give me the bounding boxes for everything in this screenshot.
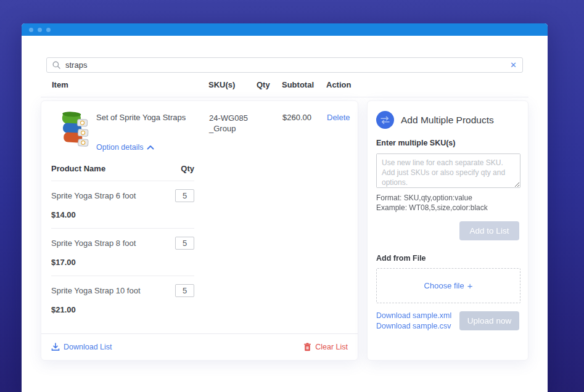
option-details-table: Product Name Qty Sprite Yoga Strap 6 foo… [51, 164, 194, 323]
option-product-name: Sprite Yoga Strap 6 foot [51, 191, 136, 200]
qty-input[interactable] [175, 237, 194, 250]
product-search-bar: ✕ [46, 57, 523, 73]
cart-item-subtotal: $260.00 [282, 113, 311, 122]
option-row: Sprite Yoga Strap 6 foot $14.00 [51, 181, 194, 229]
format-hint: Format: SKU,qty,option:value [376, 194, 472, 202]
add-from-file-label: Add from File [376, 254, 426, 263]
window-titlebar [22, 23, 548, 36]
option-details-label: Option details [96, 143, 143, 152]
clear-list-label: Clear List [315, 343, 348, 351]
multiple-sku-textarea[interactable] [376, 153, 520, 188]
panel-title: Add Multiple Products [401, 115, 494, 126]
product-image [56, 110, 90, 151]
column-header-action: Action [326, 80, 351, 89]
search-icon [52, 61, 60, 69]
choose-file-link[interactable]: Choose file + [424, 280, 473, 291]
download-icon [51, 343, 60, 351]
qty-input[interactable] [175, 189, 194, 202]
clear-search-icon[interactable]: ✕ [510, 61, 517, 69]
plus-icon: + [467, 280, 473, 291]
panel-header: Add Multiple Products [376, 111, 494, 129]
option-details-toggle[interactable]: Option details [96, 143, 154, 152]
window-control-dot[interactable] [38, 28, 42, 32]
option-table-header: Product Name Qty [51, 164, 194, 181]
option-product-price: $17.00 [51, 258, 194, 267]
file-dropzone[interactable]: Choose file + [376, 268, 520, 303]
choose-file-label: Choose file [424, 281, 464, 290]
sample-links: Download sample.xml Download sample.csv [376, 311, 451, 332]
search-input[interactable] [65, 60, 504, 70]
option-row: Sprite Yoga Strap 8 foot $17.00 [51, 229, 194, 276]
cart-item-sku: 24-WG085_Group [209, 113, 248, 134]
download-list-button[interactable]: Download List [51, 343, 112, 351]
list-actions-bar: Download List Clear List [41, 333, 358, 360]
list-table-header: Item SKU(s) Qty Subtotal Action [22, 80, 548, 90]
column-header-item: Item [52, 80, 68, 89]
window-control-dot[interactable] [29, 28, 33, 32]
download-list-label: Download List [64, 343, 112, 351]
enter-sku-label: Enter multiple SKU(s) [376, 139, 456, 147]
option-header-name: Product Name [51, 164, 105, 173]
sku-line1: 24-WG085 [209, 113, 248, 123]
cart-item-name: Set of Sprite Yoga Straps [96, 113, 186, 122]
qty-input[interactable] [175, 284, 194, 297]
option-product-name: Sprite Yoga Strap 10 foot [51, 286, 141, 295]
option-product-name: Sprite Yoga Strap 8 foot [51, 239, 136, 248]
clear-list-button[interactable]: Clear List [303, 343, 348, 351]
upload-now-button[interactable]: Upload now [459, 311, 519, 330]
column-header-subtotal: Subtotal [282, 80, 314, 89]
trash-icon [303, 343, 311, 351]
add-to-list-button[interactable]: Add to List [459, 221, 519, 240]
column-header-qty: Qty [257, 80, 270, 89]
download-sample-csv-link[interactable]: Download sample.csv [376, 321, 451, 332]
header-divider [41, 97, 528, 97]
chevron-up-icon [147, 145, 154, 150]
delete-item-link[interactable]: Delete [327, 113, 350, 122]
sku-line2: _Group [209, 124, 236, 133]
cart-item-card: Set of Sprite Yoga Straps 24-WG085_Group… [41, 100, 358, 361]
option-product-price: $21.00 [51, 305, 194, 314]
exchange-arrows-icon [376, 111, 394, 129]
option-header-qty: Qty [181, 164, 194, 173]
browser-window: ✕ Item SKU(s) Qty Subtotal Action [22, 23, 548, 392]
option-row: Sprite Yoga Strap 10 foot $21.00 [51, 276, 194, 323]
add-multiple-products-panel: Add Multiple Products Enter multiple SKU… [367, 100, 528, 361]
window-control-dot[interactable] [46, 28, 51, 32]
column-header-sku: SKU(s) [208, 80, 235, 89]
download-sample-xml-link[interactable]: Download sample.xml [376, 311, 451, 321]
option-product-price: $14.00 [51, 210, 194, 219]
example-hint: Example: WT08,5,size,color:black [376, 203, 488, 212]
